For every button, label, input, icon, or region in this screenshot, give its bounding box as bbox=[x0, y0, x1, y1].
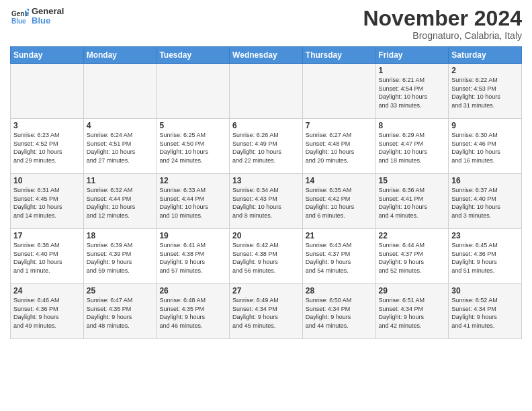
day-number: 12 bbox=[159, 176, 226, 185]
day-info: Sunrise: 6:42 AM Sunset: 4:38 PM Dayligh… bbox=[232, 241, 300, 275]
day-cell: 11Sunrise: 6:32 AM Sunset: 4:44 PM Dayli… bbox=[83, 174, 157, 229]
day-number: 30 bbox=[451, 286, 519, 295]
day-info: Sunrise: 6:44 AM Sunset: 4:37 PM Dayligh… bbox=[379, 241, 446, 275]
day-info: Sunrise: 6:29 AM Sunset: 4:47 PM Dayligh… bbox=[379, 131, 446, 165]
header-row: SundayMondayTuesdayWednesdayThursdayFrid… bbox=[11, 47, 522, 64]
day-cell: 2Sunrise: 6:22 AM Sunset: 4:53 PM Daylig… bbox=[449, 64, 522, 119]
logo-text-general: General bbox=[32, 6, 64, 16]
day-cell: 28Sunrise: 6:50 AM Sunset: 4:34 PM Dayli… bbox=[302, 284, 375, 339]
day-cell: 25Sunrise: 6:47 AM Sunset: 4:35 PM Dayli… bbox=[83, 284, 157, 339]
day-number: 22 bbox=[379, 231, 446, 240]
day-info: Sunrise: 6:22 AM Sunset: 4:53 PM Dayligh… bbox=[451, 76, 519, 109]
day-info: Sunrise: 6:39 AM Sunset: 4:39 PM Dayligh… bbox=[87, 241, 154, 275]
day-cell: 24Sunrise: 6:46 AM Sunset: 4:36 PM Dayli… bbox=[11, 284, 84, 339]
day-number: 27 bbox=[232, 286, 300, 295]
title-block: November 2024 Brognaturo, Calabria, Ital… bbox=[363, 7, 522, 41]
day-info: Sunrise: 6:49 AM Sunset: 4:34 PM Dayligh… bbox=[232, 296, 300, 330]
day-info: Sunrise: 6:23 AM Sunset: 4:52 PM Dayligh… bbox=[13, 131, 81, 165]
col-header-thursday: Thursday bbox=[302, 47, 375, 64]
day-cell: 18Sunrise: 6:39 AM Sunset: 4:39 PM Dayli… bbox=[83, 229, 157, 284]
day-cell: 23Sunrise: 6:45 AM Sunset: 4:36 PM Dayli… bbox=[449, 229, 522, 284]
day-cell bbox=[83, 64, 157, 119]
day-cell: 26Sunrise: 6:48 AM Sunset: 4:35 PM Dayli… bbox=[157, 284, 230, 339]
day-number: 2 bbox=[451, 66, 519, 75]
day-cell: 19Sunrise: 6:41 AM Sunset: 4:38 PM Dayli… bbox=[157, 229, 230, 284]
day-cell: 14Sunrise: 6:35 AM Sunset: 4:42 PM Dayli… bbox=[302, 174, 375, 229]
day-info: Sunrise: 6:45 AM Sunset: 4:36 PM Dayligh… bbox=[451, 241, 519, 275]
day-number: 26 bbox=[159, 286, 226, 295]
day-cell: 21Sunrise: 6:43 AM Sunset: 4:37 PM Dayli… bbox=[302, 229, 375, 284]
day-cell: 8Sunrise: 6:29 AM Sunset: 4:47 PM Daylig… bbox=[375, 119, 449, 174]
day-cell: 7Sunrise: 6:27 AM Sunset: 4:48 PM Daylig… bbox=[302, 119, 375, 174]
day-info: Sunrise: 6:32 AM Sunset: 4:44 PM Dayligh… bbox=[87, 186, 154, 220]
day-number: 29 bbox=[379, 286, 446, 295]
day-number: 14 bbox=[306, 176, 373, 185]
day-number: 23 bbox=[451, 231, 519, 240]
day-info: Sunrise: 6:48 AM Sunset: 4:35 PM Dayligh… bbox=[159, 296, 226, 330]
day-number: 3 bbox=[13, 121, 81, 130]
day-info: Sunrise: 6:27 AM Sunset: 4:48 PM Dayligh… bbox=[306, 131, 373, 165]
week-row-4: 17Sunrise: 6:38 AM Sunset: 4:40 PM Dayli… bbox=[11, 229, 522, 284]
day-cell: 13Sunrise: 6:34 AM Sunset: 4:43 PM Dayli… bbox=[230, 174, 303, 229]
day-number: 19 bbox=[159, 231, 226, 240]
day-info: Sunrise: 6:52 AM Sunset: 4:34 PM Dayligh… bbox=[451, 296, 519, 330]
day-cell: 15Sunrise: 6:36 AM Sunset: 4:41 PM Dayli… bbox=[375, 174, 449, 229]
day-cell bbox=[11, 64, 84, 119]
day-number: 18 bbox=[87, 231, 154, 240]
day-info: Sunrise: 6:37 AM Sunset: 4:40 PM Dayligh… bbox=[451, 186, 519, 220]
day-number: 15 bbox=[379, 176, 446, 185]
location: Brognaturo, Calabria, Italy bbox=[363, 30, 522, 41]
page: General Blue General Blue November 2024 … bbox=[0, 0, 532, 411]
day-cell: 4Sunrise: 6:24 AM Sunset: 4:51 PM Daylig… bbox=[83, 119, 157, 174]
day-cell: 10Sunrise: 6:31 AM Sunset: 4:45 PM Dayli… bbox=[11, 174, 84, 229]
day-cell: 17Sunrise: 6:38 AM Sunset: 4:40 PM Dayli… bbox=[11, 229, 84, 284]
col-header-friday: Friday bbox=[375, 47, 449, 64]
day-number: 25 bbox=[87, 286, 154, 295]
day-info: Sunrise: 6:47 AM Sunset: 4:35 PM Dayligh… bbox=[87, 296, 154, 330]
day-info: Sunrise: 6:50 AM Sunset: 4:34 PM Dayligh… bbox=[306, 296, 373, 330]
day-info: Sunrise: 6:41 AM Sunset: 4:38 PM Dayligh… bbox=[159, 241, 226, 275]
day-cell: 16Sunrise: 6:37 AM Sunset: 4:40 PM Dayli… bbox=[449, 174, 522, 229]
col-header-tuesday: Tuesday bbox=[157, 47, 230, 64]
day-cell bbox=[157, 64, 230, 119]
calendar-table: SundayMondayTuesdayWednesdayThursdayFrid… bbox=[10, 46, 522, 339]
day-info: Sunrise: 6:33 AM Sunset: 4:44 PM Dayligh… bbox=[159, 186, 226, 220]
day-cell: 12Sunrise: 6:33 AM Sunset: 4:44 PM Dayli… bbox=[157, 174, 230, 229]
day-number: 21 bbox=[306, 231, 373, 240]
col-header-monday: Monday bbox=[83, 47, 157, 64]
day-number: 9 bbox=[451, 121, 519, 130]
day-number: 11 bbox=[87, 176, 154, 185]
svg-text:Blue: Blue bbox=[11, 17, 26, 25]
day-cell: 20Sunrise: 6:42 AM Sunset: 4:38 PM Dayli… bbox=[230, 229, 303, 284]
week-row-3: 10Sunrise: 6:31 AM Sunset: 4:45 PM Dayli… bbox=[11, 174, 522, 229]
day-info: Sunrise: 6:21 AM Sunset: 4:54 PM Dayligh… bbox=[379, 76, 446, 109]
day-number: 13 bbox=[232, 176, 300, 185]
day-info: Sunrise: 6:30 AM Sunset: 4:46 PM Dayligh… bbox=[451, 131, 519, 165]
day-cell bbox=[230, 64, 303, 119]
day-info: Sunrise: 6:43 AM Sunset: 4:37 PM Dayligh… bbox=[306, 241, 373, 275]
day-info: Sunrise: 6:51 AM Sunset: 4:34 PM Dayligh… bbox=[379, 296, 446, 330]
day-cell: 30Sunrise: 6:52 AM Sunset: 4:34 PM Dayli… bbox=[449, 284, 522, 339]
day-cell: 1Sunrise: 6:21 AM Sunset: 4:54 PM Daylig… bbox=[375, 64, 449, 119]
day-info: Sunrise: 6:46 AM Sunset: 4:36 PM Dayligh… bbox=[13, 296, 81, 330]
day-number: 24 bbox=[13, 286, 81, 295]
day-info: Sunrise: 6:34 AM Sunset: 4:43 PM Dayligh… bbox=[232, 186, 300, 220]
month-title: November 2024 bbox=[363, 7, 522, 30]
logo-icon: General Blue bbox=[10, 7, 29, 26]
day-cell bbox=[302, 64, 375, 119]
day-number: 7 bbox=[306, 121, 373, 130]
day-number: 10 bbox=[13, 176, 81, 185]
day-info: Sunrise: 6:38 AM Sunset: 4:40 PM Dayligh… bbox=[13, 241, 81, 275]
day-info: Sunrise: 6:26 AM Sunset: 4:49 PM Dayligh… bbox=[232, 131, 300, 165]
day-info: Sunrise: 6:36 AM Sunset: 4:41 PM Dayligh… bbox=[379, 186, 446, 220]
col-header-saturday: Saturday bbox=[449, 47, 522, 64]
day-number: 20 bbox=[232, 231, 300, 240]
day-info: Sunrise: 6:35 AM Sunset: 4:42 PM Dayligh… bbox=[306, 186, 373, 220]
week-row-1: 1Sunrise: 6:21 AM Sunset: 4:54 PM Daylig… bbox=[11, 64, 522, 119]
day-cell: 9Sunrise: 6:30 AM Sunset: 4:46 PM Daylig… bbox=[449, 119, 522, 174]
day-number: 28 bbox=[306, 286, 373, 295]
day-info: Sunrise: 6:25 AM Sunset: 4:50 PM Dayligh… bbox=[159, 131, 226, 165]
week-row-5: 24Sunrise: 6:46 AM Sunset: 4:36 PM Dayli… bbox=[11, 284, 522, 339]
day-number: 17 bbox=[13, 231, 81, 240]
day-cell: 27Sunrise: 6:49 AM Sunset: 4:34 PM Dayli… bbox=[230, 284, 303, 339]
